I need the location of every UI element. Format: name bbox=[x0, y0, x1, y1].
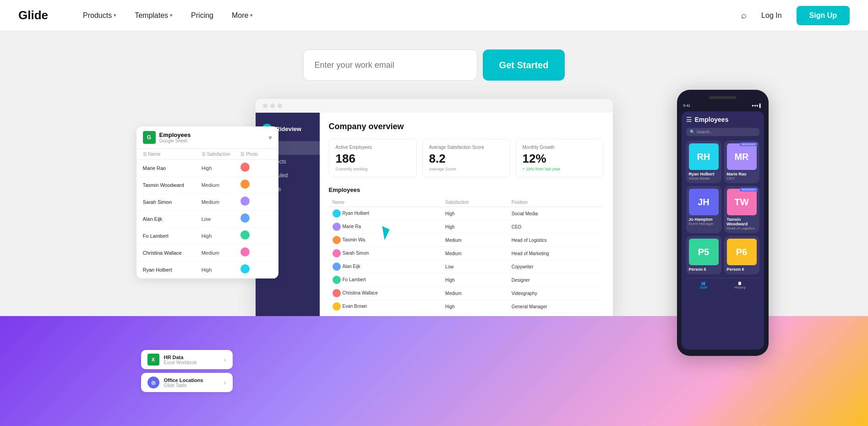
emp-position: Head of Logistics bbox=[508, 234, 604, 247]
login-button[interactable]: Log In bbox=[754, 8, 789, 23]
nav-more[interactable]: More ▾ bbox=[224, 8, 260, 23]
phone-card-role: Event Manager bbox=[689, 222, 719, 226]
emp-satisfaction: High bbox=[442, 207, 508, 220]
sheet-row-name: Sarah Simon bbox=[143, 199, 202, 205]
nav-links: Products ▾ Templates ▾ Pricing More ▾ bbox=[76, 8, 741, 23]
phone-card: MANAGER MR Marie Rao CEO bbox=[724, 141, 759, 183]
nav-products[interactable]: Products ▾ bbox=[76, 8, 124, 23]
phone-card: P5 Person 5 bbox=[686, 236, 721, 274]
hr-data-pill[interactable]: X HR Data Excel Workbook › bbox=[141, 350, 233, 369]
sheet-row-photo bbox=[240, 213, 272, 224]
emp-satisfaction: High bbox=[442, 220, 508, 234]
sheet-rows: Marie Rao High Tasmin Woodward Medium Sa… bbox=[136, 160, 278, 279]
phone-signal-icon: ●●● ▌ bbox=[752, 104, 762, 108]
emp-table-body: Ryan Holbert High Social Media Marie Ra … bbox=[329, 207, 604, 313]
phone-search[interactable]: 🔍 Search... bbox=[686, 128, 759, 136]
phone-card: MANAGER TW Tamsin Woodward Head of Logis… bbox=[724, 186, 759, 233]
table-row: Ryan Holbert High Social Media bbox=[329, 207, 604, 220]
sheet-row: Fo Lambert High bbox=[136, 228, 278, 245]
employees-section: Employees Name Satisfaction Position Rya… bbox=[329, 186, 604, 313]
emp-satisfaction: Low bbox=[442, 260, 508, 273]
table-row: Alan Eijk Low Copywriter bbox=[329, 260, 604, 273]
office-locations-pill[interactable]: ◎ Office Locations Glide Table › bbox=[141, 373, 233, 392]
sheet-row: Christina Wallace Medium bbox=[136, 245, 278, 262]
sheet-row-photo bbox=[240, 163, 272, 174]
table-row: Tasmin Wa. Medium Head of Logistics bbox=[329, 234, 604, 247]
phone-card: P6 Person 6 bbox=[724, 236, 759, 274]
table-row: Marie Ra High CEO bbox=[329, 220, 604, 234]
phone-card: RH Ryan Holbert Social Media bbox=[686, 141, 721, 183]
phone-search-icon: 🔍 bbox=[690, 130, 695, 134]
stat-growth-label: Monthly Growth bbox=[523, 145, 597, 150]
phone-card-name: Ryan Holbert bbox=[689, 172, 719, 176]
hero-email-row: Get Started bbox=[303, 49, 565, 81]
stat-active-value: 186 bbox=[336, 152, 410, 166]
email-input[interactable] bbox=[303, 49, 477, 81]
nav-pricing[interactable]: Pricing bbox=[184, 8, 221, 23]
logo[interactable]: Glide bbox=[18, 8, 48, 22]
hero-section: Get Started G Employees Google Sheet ▾ ☰… bbox=[0, 31, 868, 426]
get-started-button[interactable]: Get Started bbox=[483, 49, 565, 81]
phone-notch bbox=[709, 96, 737, 99]
sheet-row: Tasmin Woodward Medium bbox=[136, 177, 278, 194]
phone-search-placeholder: Search... bbox=[697, 130, 713, 134]
stat-satisfaction-value: 8.2 bbox=[429, 152, 503, 166]
stat-satisfaction-label: Average Satisfaction Score bbox=[429, 145, 503, 150]
sheet-row-name: Ryan Holbert bbox=[143, 267, 202, 273]
phone-card-name: Person 6 bbox=[727, 267, 757, 272]
app-main-title: Company overview bbox=[329, 122, 604, 131]
phone-header: ☰ Employees bbox=[686, 116, 759, 123]
stat-active-employees: Active Employees 186 Currently working bbox=[329, 139, 417, 177]
app-main: Company overview Active Employees 186 Cu… bbox=[320, 113, 613, 323]
app-window: ◎ Rideview Home Prospects Scheduled Repo… bbox=[256, 113, 613, 323]
manager-badge: MANAGER bbox=[740, 188, 757, 191]
sheet-row-name: Christina Wallace bbox=[143, 250, 202, 256]
glide-icon: ◎ bbox=[147, 377, 159, 388]
templates-chevron-icon: ▾ bbox=[170, 12, 173, 18]
sheet-row: Marie Rao High bbox=[136, 160, 278, 177]
emp-satisfaction: High bbox=[442, 300, 508, 313]
phone-card-avatar: TW bbox=[727, 189, 757, 215]
products-chevron-icon: ▾ bbox=[114, 12, 116, 18]
emp-position: Designer bbox=[508, 273, 604, 287]
sheet-row-photo bbox=[240, 230, 272, 241]
stat-active-sub: Currently working bbox=[336, 167, 410, 171]
emp-satisfaction: Medium bbox=[442, 287, 508, 300]
search-icon[interactable]: ⌕ bbox=[741, 10, 747, 21]
phone-app-title: Employees bbox=[695, 116, 729, 123]
table-row: Evan Brown High General Manager bbox=[329, 300, 604, 313]
phone-card-avatar: MR bbox=[727, 143, 757, 170]
data-sources: X HR Data Excel Workbook › ◎ Office Loca… bbox=[141, 350, 233, 392]
nav-templates[interactable]: Templates ▾ bbox=[127, 8, 180, 23]
browser-dot-3 bbox=[278, 104, 282, 108]
sheet-row-name: Alan Eijk bbox=[143, 216, 202, 222]
browser-dot-2 bbox=[270, 104, 275, 108]
phone-card-role: Head of Logistics bbox=[727, 226, 757, 230]
signup-button[interactable]: Sign Up bbox=[797, 6, 850, 25]
stats-row: Active Employees 186 Currently working A… bbox=[329, 139, 604, 177]
sheet-row-name: Tasmin Woodward bbox=[143, 182, 202, 188]
phone-nav-history[interactable]: 📋 History bbox=[734, 281, 746, 289]
sheet-row-satisfaction: Medium bbox=[202, 199, 240, 205]
hr-data-arrow-icon: › bbox=[224, 356, 226, 363]
history-icon: 📋 bbox=[734, 281, 746, 285]
spreadsheet-panel: G Employees Google Sheet ▾ ☰ Name ☰ Sati… bbox=[136, 126, 278, 279]
emp-satisfaction: Medium bbox=[442, 234, 508, 247]
employees-table: Name Satisfaction Position Ryan Holbert … bbox=[329, 198, 604, 313]
emp-name: Alan Eijk bbox=[329, 260, 442, 273]
browser-window: ◎ Rideview Home Prospects Scheduled Repo… bbox=[256, 99, 613, 323]
sheet-chevron-icon: ▾ bbox=[268, 133, 272, 142]
phone-nav-staff[interactable]: 👥 Staff bbox=[699, 281, 707, 289]
emp-position: General Manager bbox=[508, 300, 604, 313]
phone-card-role: CEO bbox=[727, 176, 757, 180]
phone-card-name: Jo Hampton bbox=[689, 217, 719, 222]
emp-name: Fo Lambert bbox=[329, 273, 442, 287]
phone-card: JH Jo Hampton Event Manager bbox=[686, 186, 721, 233]
stat-active-label: Active Employees bbox=[336, 145, 410, 150]
more-chevron-icon: ▾ bbox=[250, 12, 253, 18]
stat-satisfaction: Average Satisfaction Score 8.2 Average S… bbox=[422, 139, 510, 177]
sheet-source: Google Sheet bbox=[159, 138, 191, 143]
sheet-row-satisfaction: Medium bbox=[202, 250, 240, 256]
emp-col-position: Position bbox=[508, 198, 604, 207]
phone-card-role: Social Media bbox=[689, 176, 719, 180]
